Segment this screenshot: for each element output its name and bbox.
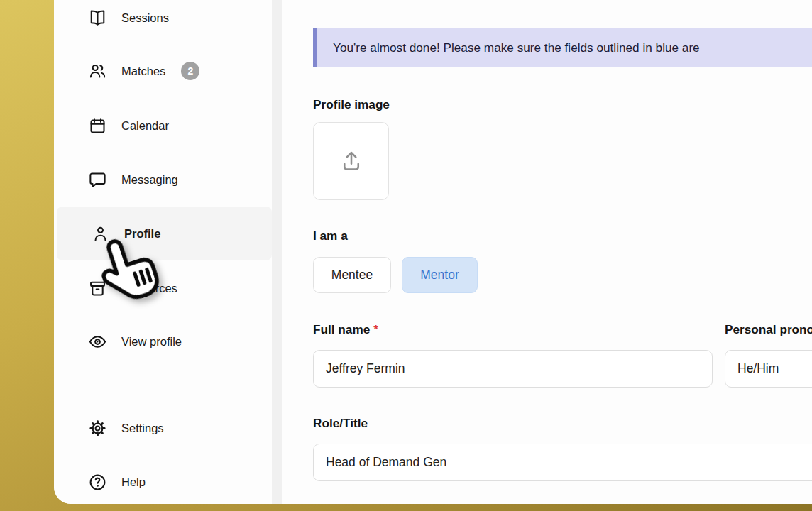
- sidebar-item-label: Settings: [121, 422, 164, 435]
- banner-text: You're almost done! Please make sure the…: [333, 40, 700, 55]
- mentee-button-label: Mentee: [331, 268, 373, 282]
- required-asterisk: *: [373, 322, 378, 336]
- role-title-value: Head of Demand Gen: [326, 455, 446, 470]
- profile-image-upload[interactable]: [313, 122, 389, 200]
- sidebar-item-profile[interactable]: Profile: [57, 207, 272, 260]
- mentor-button-label: Mentor: [420, 268, 459, 282]
- role-title-input[interactable]: Head of Demand Gen: [313, 444, 812, 481]
- personal-pronouns-input[interactable]: He/Him: [725, 350, 812, 388]
- sidebar-item-sessions[interactable]: Sessions: [54, 0, 272, 45]
- personal-pronouns-value: He/Him: [737, 361, 779, 376]
- sidebar-item-label: View profile: [121, 335, 182, 348]
- matches-count-badge: 2: [181, 62, 199, 80]
- sidebar-item-label: Sessions: [121, 11, 169, 25]
- sidebar-item-label: Profile: [124, 227, 160, 241]
- mentor-button[interactable]: Mentor: [402, 257, 478, 293]
- person-icon: [91, 224, 110, 243]
- question-circle-icon: [88, 473, 107, 492]
- archive-box-icon: [88, 279, 107, 298]
- app-window: Sessions Matches 2 Calendar Messaging: [54, 0, 812, 504]
- calendar-icon: [88, 116, 107, 136]
- i-am-a-label: I am a: [313, 229, 348, 243]
- full-name-value: Jeffrey Fermin: [326, 361, 405, 376]
- sidebar-item-label: Resources: [121, 282, 177, 295]
- sidebar-item-calendar[interactable]: Calendar: [54, 99, 272, 153]
- sidebar-item-label: Matches: [121, 65, 165, 78]
- sidebar-item-settings[interactable]: Settings: [54, 401, 272, 455]
- sidebar-divider: [54, 400, 282, 400]
- sidebar-item-label: Help: [121, 476, 146, 489]
- sidebar-item-resources[interactable]: Resources: [54, 261, 272, 315]
- sidebar-scrollbar[interactable]: [272, 0, 282, 504]
- personal-pronouns-label: Personal pronouns: [725, 322, 812, 337]
- sidebar-item-label: Messaging: [121, 173, 178, 187]
- sidebar-item-view-profile[interactable]: View profile: [54, 314, 272, 368]
- mentee-button[interactable]: Mentee: [313, 257, 391, 293]
- users-icon: [88, 62, 107, 81]
- role-title-label: Role/Title: [313, 416, 368, 431]
- sidebar-item-messaging[interactable]: Messaging: [54, 153, 272, 207]
- open-book-icon: [88, 9, 107, 28]
- info-banner: You're almost done! Please make sure the…: [313, 28, 812, 67]
- profile-image-label: Profile image: [313, 97, 390, 112]
- full-name-label: Full name*: [313, 322, 378, 337]
- chat-bubble-icon: [88, 170, 107, 189]
- gear-icon: [88, 419, 107, 438]
- sidebar: Sessions Matches 2 Calendar Messaging: [54, 0, 272, 504]
- full-name-input[interactable]: Jeffrey Fermin: [313, 350, 713, 388]
- sidebar-item-label: Calendar: [121, 119, 169, 133]
- sidebar-item-help[interactable]: Help: [54, 455, 272, 504]
- sidebar-item-matches[interactable]: Matches 2: [54, 44, 272, 98]
- eye-icon: [88, 332, 107, 351]
- upload-icon: [339, 148, 364, 174]
